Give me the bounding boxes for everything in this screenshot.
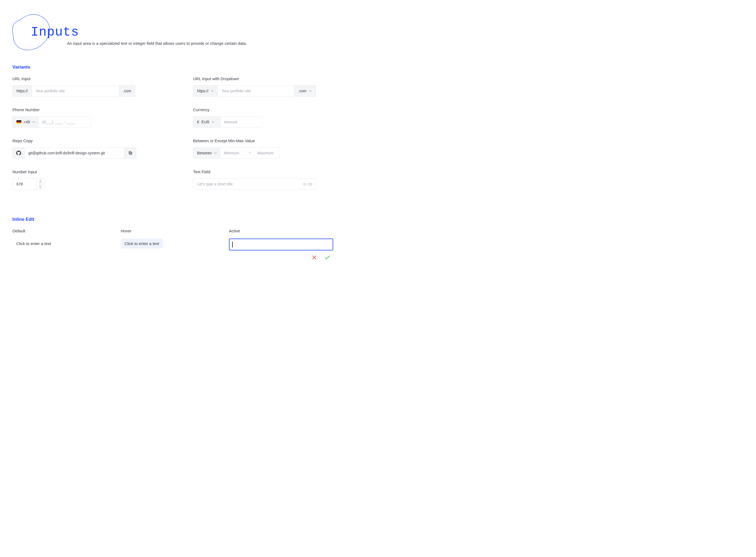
between-mode-text: Between [197,151,212,155]
label-number-input: Number Input [12,170,152,174]
chevron-down-icon [214,151,217,155]
copy-button[interactable] [124,147,136,159]
url-dd-prefix-dropdown[interactable]: https:// [193,85,218,97]
close-icon [312,255,317,260]
github-icon [16,151,21,155]
currency-symbol: € [197,120,199,124]
field-phone-number: Phone Number +49 (0___) ____ - ____ [12,108,152,128]
page-subtitle: An input area is a specialized text or i… [67,41,333,46]
between-min-input[interactable]: Minimum [220,147,246,159]
chevron-down-icon [32,120,35,124]
inline-edit-grid: Default Click to enter a text Hover Clic… [12,229,333,261]
url-dd-suffix-text: .com [298,89,306,93]
url-dd-suffix-dropdown[interactable]: .com [295,85,316,97]
number-input[interactable]: 678 [12,178,37,190]
inline-confirm-button[interactable] [324,254,331,261]
decorative-blob [12,13,53,51]
page-header: Inputs An input area is a specialized te… [12,13,333,46]
field-number-input: Number Input 678 [12,170,152,190]
url-prefix-addon: https:// [12,85,32,97]
currency-code: EUR [201,120,209,124]
label-url-input-dropdown: URL Input with Dropdown [193,77,333,81]
section-title-variants: Variants [12,64,333,70]
url-dd-prefix-text: https:// [197,89,208,93]
currency-dropdown[interactable]: € EUR [193,116,220,128]
chevron-down-icon [39,186,42,187]
number-step-up-button[interactable] [39,179,42,184]
currency-input-group: € EUR Amount [193,116,263,128]
chevron-down-icon [211,89,214,93]
url-dd-input-group: https:// Your portfolio site .com [193,85,316,97]
phone-input-group: +49 (0___) ____ - ____ [12,116,91,128]
phone-country-code: +49 [24,120,30,124]
inline-cancel-button[interactable] [311,254,317,261]
between-separator: ~ [247,147,254,159]
inline-label-default: Default [12,229,115,233]
inline-label-active: Active [229,229,333,233]
variants-grid: URL Input https:// Your portfolio site .… [12,77,333,190]
flag-germany-icon [17,120,21,124]
number-stepper [37,178,44,190]
repo-url-input[interactable]: git@github.com:brifl-ds/brifl-design-sys… [24,147,124,159]
label-currency: Currency [193,108,333,112]
number-input-group: 678 [12,178,44,190]
field-currency: Currency € EUR Amount [193,108,333,128]
between-max-input[interactable]: Maximum [254,147,280,159]
field-text: Text Field Let's type a short title 0 / … [193,170,333,190]
repo-input-group: git@github.com:brifl-ds/brifl-design-sys… [12,147,136,159]
inline-label-hover: Hover [121,229,224,233]
chevron-down-icon [212,120,215,124]
chevron-up-icon [39,180,42,182]
text-input[interactable]: Let's type a short title [193,178,316,190]
text-caret [232,241,233,247]
field-between-except: Between or Except Min-Max Value Between … [193,139,333,159]
inline-edit-active-input[interactable] [229,239,333,251]
inline-edit-default[interactable]: Click to enter a text [12,239,115,248]
label-between-except: Between or Except Min-Max Value [193,139,333,143]
between-input-group: Between Minimum ~ Maximum [193,147,280,159]
phone-input[interactable]: (0___) ____ - ____ [38,116,91,128]
url-input[interactable]: Your portfolio site [32,85,119,97]
label-repo-copy: Repo Copy [12,139,152,143]
phone-country-dropdown[interactable]: +49 [12,116,38,128]
currency-amount-input[interactable]: Amount [220,116,263,128]
page-title: Inputs [12,13,333,39]
inline-edit-hover[interactable]: Click to enter a text [121,239,163,248]
copy-icon [128,151,133,155]
inline-col-default: Default Click to enter a text [12,229,115,261]
url-dd-input[interactable]: Your portfolio site [218,85,295,97]
inline-col-hover: Hover Click to enter a text [121,229,224,261]
text-input-group: Let's type a short title 0 / 20 [193,178,316,190]
inline-col-active: Active [229,229,333,261]
svg-rect-0 [130,152,132,155]
field-repo-copy: Repo Copy git@github.com:brifl-ds/brifl-… [12,139,152,159]
label-url-input: URL Input [12,77,152,81]
chevron-down-icon [309,89,312,93]
label-text-field: Text Field [193,170,333,174]
section-title-inline-edit: Inline Edit [12,217,333,222]
check-icon [324,255,330,260]
number-step-down-button[interactable] [39,184,42,190]
url-input-group: https:// Your portfolio site .com [12,85,135,97]
text-char-counter: 0 / 20 [303,182,312,186]
field-url-input: URL Input https:// Your portfolio site .… [12,77,152,97]
svg-rect-1 [129,152,131,154]
url-suffix-addon: .com [119,85,135,97]
repo-provider-addon [12,147,24,159]
field-url-input-dropdown: URL Input with Dropdown https:// Your po… [193,77,333,97]
inline-edit-actions [311,254,333,261]
label-phone-number: Phone Number [12,108,152,112]
between-mode-dropdown[interactable]: Between [193,147,220,159]
